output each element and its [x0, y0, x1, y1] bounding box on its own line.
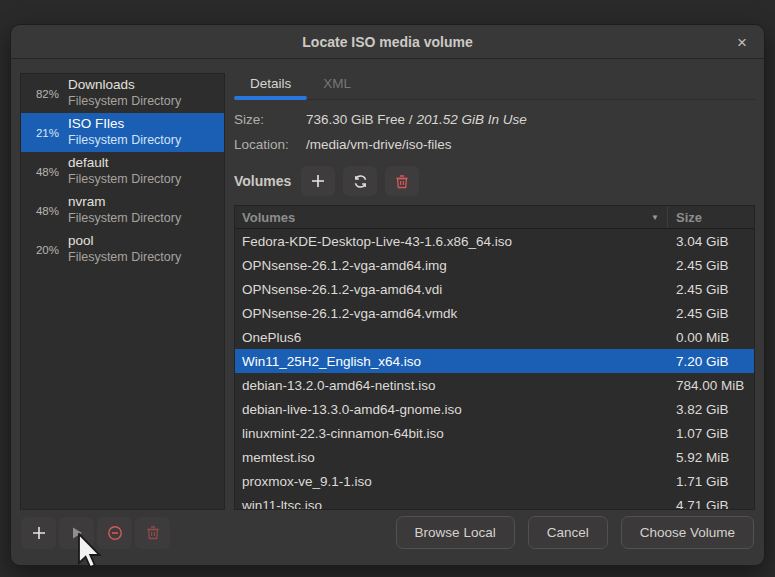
pool-action-buttons — [21, 517, 170, 549]
storage-pool-item[interactable]: 82% Downloads Filesystem Directory — [21, 74, 224, 113]
play-icon — [70, 526, 84, 540]
pool-type: Filesystem Directory — [68, 250, 181, 266]
pool-type: Filesystem Directory — [68, 133, 181, 149]
pool-name: default — [68, 155, 181, 172]
volume-size: 1.71 GiB — [668, 474, 754, 489]
volume-size: 784.00 MiB — [668, 378, 754, 393]
storage-pool-list: 82% Downloads Filesystem Directory 21% I… — [20, 73, 225, 510]
storage-pool-item[interactable]: 48% nvram Filesystem Directory — [21, 191, 224, 230]
pool-name: nvram — [68, 194, 181, 211]
column-header-volumes[interactable]: Volumes ▼ — [235, 206, 668, 228]
titlebar[interactable]: Locate ISO media volume × — [11, 25, 764, 59]
close-icon[interactable]: × — [730, 30, 754, 54]
volumes-table: Volumes ▼ Size Fedora-KDE-Desktop-Live-4… — [234, 205, 755, 510]
pool-usage-percent: 82% — [25, 88, 59, 100]
volume-row[interactable]: win11-ltsc.iso 4.71 GiB — [235, 493, 754, 510]
location-row: Location: /media/vm-drive/iso-files — [234, 136, 755, 154]
volume-name: OnePlus6 — [235, 330, 668, 345]
pool-usage-percent: 48% — [25, 166, 59, 178]
pool-details-panel: Details XML Size: 736.30 GiB Free /201.5… — [234, 73, 755, 510]
volume-name: memtest.iso — [235, 450, 668, 465]
pool-usage-percent: 21% — [25, 127, 59, 139]
volume-size: 5.92 MiB — [668, 450, 754, 465]
volume-name: linuxmint-22.3-cinnamon-64bit.iso — [235, 426, 668, 441]
volume-name: OPNsense-26.1.2-vga-amd64.img — [235, 258, 668, 273]
browse-local-button[interactable]: Browse Local — [396, 516, 515, 549]
dialog-action-buttons: Browse Local Cancel Choose Volume — [396, 516, 754, 549]
volume-size: 1.07 GiB — [668, 426, 754, 441]
pool-type: Filesystem Directory — [68, 211, 181, 227]
volume-row[interactable]: Fedora-KDE-Desktop-Live-43-1.6.x86_64.is… — [235, 229, 754, 253]
volume-row[interactable]: debian-13.2.0-amd64-netinst.iso 784.00 M… — [235, 373, 754, 397]
refresh-volumes-button[interactable] — [343, 166, 377, 196]
choose-volume-button[interactable]: Choose Volume — [621, 516, 754, 549]
add-volume-button[interactable] — [301, 166, 335, 196]
stop-pool-button[interactable] — [97, 517, 132, 549]
pool-name: pool — [68, 233, 181, 250]
tab-details[interactable]: Details — [234, 73, 307, 99]
storage-pool-item[interactable]: 20% pool Filesystem Directory — [21, 230, 224, 269]
size-free: 736.30 GiB Free / — [306, 112, 413, 127]
volume-size: 3.04 GiB — [668, 234, 754, 249]
plus-icon — [311, 174, 325, 188]
volume-name: Fedora-KDE-Desktop-Live-43-1.6.x86_64.is… — [235, 234, 668, 249]
stop-icon — [107, 525, 123, 541]
pool-name: ISO FIles — [68, 116, 181, 133]
storage-pool-item[interactable]: 48% default Filesystem Directory — [21, 152, 224, 191]
volume-name: debian-13.2.0-amd64-netinst.iso — [235, 378, 668, 393]
tab-xml[interactable]: XML — [307, 73, 367, 99]
dialog-title: Locate ISO media volume — [302, 34, 472, 50]
volumes-table-header[interactable]: Volumes ▼ Size — [235, 206, 754, 229]
trash-icon — [146, 525, 160, 540]
dialog-content: 82% Downloads Filesystem Directory 21% I… — [11, 59, 764, 510]
volume-size: 7.20 GiB — [668, 354, 754, 369]
plus-icon — [32, 526, 46, 540]
delete-pool-button[interactable] — [135, 517, 170, 549]
cancel-button[interactable]: Cancel — [528, 516, 608, 549]
volumes-table-body: Fedora-KDE-Desktop-Live-43-1.6.x86_64.is… — [235, 229, 754, 510]
volume-row[interactable]: Win11_25H2_English_x64.iso 7.20 GiB — [235, 349, 754, 373]
start-pool-button[interactable] — [59, 517, 94, 549]
volume-size: 2.45 GiB — [668, 282, 754, 297]
volume-row[interactable]: OPNsense-26.1.2-vga-amd64.img 2.45 GiB — [235, 253, 754, 277]
volume-name: win11-ltsc.iso — [235, 498, 668, 510]
trash-icon — [395, 174, 409, 189]
volume-name: OPNsense-26.1.2-vga-amd64.vmdk — [235, 306, 668, 321]
pool-name: Downloads — [68, 77, 181, 94]
locate-iso-dialog: Locate ISO media volume × 82% Downloads … — [10, 24, 765, 566]
pool-type: Filesystem Directory — [68, 94, 181, 110]
delete-volume-button[interactable] — [385, 166, 419, 196]
add-pool-button[interactable] — [21, 517, 56, 549]
column-header-size[interactable]: Size — [668, 210, 754, 225]
volume-row[interactable]: linuxmint-22.3-cinnamon-64bit.iso 1.07 G… — [235, 421, 754, 445]
location-value: /media/vm-drive/iso-files — [306, 136, 452, 154]
volume-row[interactable]: OPNsense-26.1.2-vga-amd64.vmdk 2.45 GiB — [235, 301, 754, 325]
volume-size: 2.45 GiB — [668, 258, 754, 273]
pool-usage-percent: 20% — [25, 244, 59, 256]
volumes-section-title: Volumes — [234, 173, 291, 189]
volume-name: proxmox-ve_9.1-1.iso — [235, 474, 668, 489]
size-value: 736.30 GiB Free /201.52 GiB In Use — [306, 111, 527, 129]
size-used: 201.52 GiB In Use — [417, 112, 527, 127]
storage-pool-item[interactable]: 21% ISO FIles Filesystem Directory — [21, 113, 224, 152]
volume-name: OPNsense-26.1.2-vga-amd64.vdi — [235, 282, 668, 297]
volume-size: 3.82 GiB — [668, 402, 754, 417]
sort-descending-icon[interactable]: ▼ — [651, 213, 659, 222]
volume-row[interactable]: debian-live-13.3.0-amd64-gnome.iso 3.82 … — [235, 397, 754, 421]
volume-name: debian-live-13.3.0-amd64-gnome.iso — [235, 402, 668, 417]
volume-row[interactable]: proxmox-ve_9.1-1.iso 1.71 GiB — [235, 469, 754, 493]
tab-bar: Details XML — [234, 73, 755, 100]
pool-type: Filesystem Directory — [68, 172, 181, 188]
volumes-toolbar: Volumes — [234, 166, 755, 196]
volume-row[interactable]: OnePlus6 0.00 MiB — [235, 325, 754, 349]
pool-usage-percent: 48% — [25, 205, 59, 217]
volume-row[interactable]: OPNsense-26.1.2-vga-amd64.vdi 2.45 GiB — [235, 277, 754, 301]
volume-row[interactable]: memtest.iso 5.92 MiB — [235, 445, 754, 469]
volume-size: 4.71 GiB — [668, 498, 754, 510]
volume-size: 0.00 MiB — [668, 330, 754, 345]
volume-name: Win11_25H2_English_x64.iso — [235, 354, 668, 369]
volume-size: 2.45 GiB — [668, 306, 754, 321]
size-label: Size: — [234, 111, 306, 129]
size-row: Size: 736.30 GiB Free /201.52 GiB In Use — [234, 111, 755, 129]
location-label: Location: — [234, 136, 306, 154]
